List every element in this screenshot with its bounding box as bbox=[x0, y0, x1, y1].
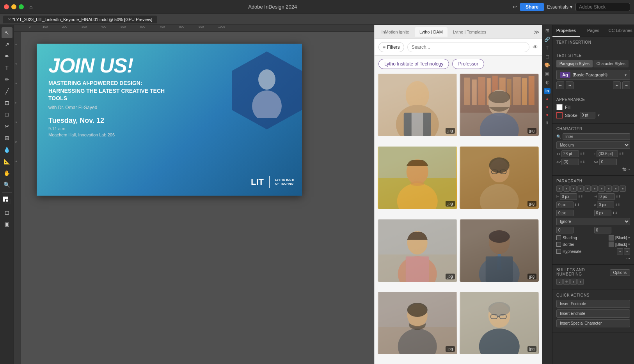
drop-lines-input[interactable] bbox=[556, 210, 574, 216]
hand-tool[interactable]: ✋ bbox=[2, 168, 12, 178]
adobe-stock-search-input[interactable] bbox=[575, 3, 630, 11]
hyphenate-checkbox[interactable] bbox=[556, 249, 561, 254]
linkedin-badge-icon[interactable]: in bbox=[544, 88, 551, 94]
align-justify-btn[interactable]: ≡ bbox=[577, 186, 584, 192]
visibility-icon[interactable]: 👁 bbox=[533, 44, 538, 50]
bullet-btn-4[interactable]: ≡ bbox=[577, 279, 584, 285]
hyphen-opt-2[interactable]: ≡ bbox=[624, 248, 630, 254]
dam-expand-icon[interactable]: ≫ bbox=[534, 29, 540, 35]
links-icon[interactable]: 🔗 bbox=[544, 37, 550, 42]
align-center-btn[interactable]: ≡ bbox=[563, 186, 570, 192]
bullet-btn-1[interactable]: • bbox=[556, 279, 563, 285]
dam-tag-0[interactable]: Lytho Institute of Technology bbox=[378, 59, 449, 69]
tab-cc-libraries[interactable]: CC Libraries bbox=[607, 25, 634, 37]
info-icon[interactable]: ℹ bbox=[546, 120, 548, 125]
drop-chars-input[interactable] bbox=[594, 210, 611, 216]
align-justify-all-btn[interactable]: ≡ bbox=[584, 186, 591, 192]
align-right-2-btn[interactable]: ≡ bbox=[606, 186, 612, 192]
dam-thumb-2[interactable]: jpg bbox=[378, 147, 457, 209]
stroke-icon[interactable]: ◻ bbox=[545, 54, 549, 59]
kern-input[interactable] bbox=[561, 159, 579, 165]
properties-icon[interactable]: ⊞ bbox=[545, 29, 550, 33]
maximize-button[interactable] bbox=[19, 4, 24, 9]
dam-tab-lytho-dam[interactable]: Lytho | DAM bbox=[415, 27, 448, 37]
align-center-2-btn[interactable]: ≡ bbox=[598, 186, 605, 192]
pencil-tool[interactable]: ✏ bbox=[2, 74, 12, 85]
font-name-input[interactable] bbox=[563, 133, 630, 140]
dam-thumb-0[interactable]: jpg bbox=[378, 74, 457, 136]
color-icon[interactable]: 🎨 bbox=[544, 62, 550, 68]
tab-close-icon[interactable]: ✕ bbox=[8, 17, 11, 21]
filter-button[interactable]: ≡ Filters bbox=[378, 42, 404, 52]
dam-thumb-5[interactable]: jpg bbox=[460, 219, 539, 282]
indent-left-icon[interactable]: ⇤ bbox=[556, 81, 564, 89]
char-more-button[interactable]: ··· bbox=[626, 167, 630, 172]
character-styles-tab[interactable]: Character Styles bbox=[593, 60, 629, 67]
bullet-btn-2[interactable]: ① bbox=[563, 279, 570, 285]
para-more-button[interactable]: ··· bbox=[626, 256, 630, 261]
error-2-icon[interactable]: ● bbox=[546, 104, 549, 109]
fill-swatch[interactable] bbox=[556, 104, 563, 110]
insert-footnote-button[interactable]: Insert Footnote bbox=[556, 300, 630, 308]
indent-right-icon[interactable]: ⇥ bbox=[566, 81, 574, 89]
border-pattern-icon[interactable] bbox=[609, 242, 614, 247]
align-left-2-btn[interactable]: ≡ bbox=[591, 186, 598, 192]
fill-stroke-tool[interactable] bbox=[2, 195, 12, 206]
share-button[interactable]: Share bbox=[520, 3, 544, 11]
home-icon[interactable]: ⌂ bbox=[29, 4, 32, 10]
dam-thumb-7[interactable]: jpg bbox=[460, 292, 539, 354]
zoom-tool[interactable]: 🔍 bbox=[2, 179, 12, 190]
right-indent-input[interactable] bbox=[598, 193, 615, 200]
style-dropdown[interactable]: Ag [Basic Paragraph]+ ▾ bbox=[556, 70, 630, 80]
dam-thumb-1[interactable]: jpg bbox=[460, 74, 539, 136]
normal-view-tool[interactable]: ◻ bbox=[2, 207, 12, 218]
dam-tab-lytho-templates[interactable]: Lytho | Templates bbox=[448, 27, 491, 37]
essentials-button[interactable]: Essentials ▾ bbox=[547, 4, 572, 10]
swatches-icon[interactable]: ▣ bbox=[545, 71, 549, 76]
align-justify-2-btn[interactable]: ≡ bbox=[613, 186, 619, 192]
dam-tab-inmotion[interactable]: inMotion ignite bbox=[377, 27, 414, 37]
align-left-btn[interactable]: ≡ bbox=[556, 186, 563, 192]
error-3-icon[interactable]: ● bbox=[546, 112, 549, 117]
text-wrap-icon[interactable]: T bbox=[546, 45, 549, 51]
scissors-tool[interactable]: ✂ bbox=[2, 121, 12, 132]
ignore-select[interactable]: Ignore bbox=[556, 218, 630, 225]
align-right-btn[interactable]: ≡ bbox=[570, 186, 577, 192]
font-size-input[interactable] bbox=[561, 150, 579, 157]
type-tool[interactable]: T bbox=[2, 62, 12, 73]
rectangle-tool[interactable]: □ bbox=[2, 109, 12, 120]
font-weight-select[interactable]: Medium Regular Bold bbox=[556, 141, 630, 149]
align-options-btn[interactable]: ≡ bbox=[620, 186, 626, 192]
left-indent-input[interactable] bbox=[560, 193, 577, 200]
eyedropper-tool[interactable]: 💧 bbox=[2, 144, 12, 155]
document-canvas[interactable]: JOIN US! MASTERING AI-POWERED DESIGN: HA… bbox=[37, 44, 302, 196]
bullet-btn-3[interactable]: ≡ bbox=[570, 279, 577, 285]
error-1-icon[interactable]: ● bbox=[546, 97, 549, 101]
border-checkbox[interactable] bbox=[556, 242, 561, 247]
pen-tool[interactable]: ✒ bbox=[2, 51, 12, 62]
tab-pages[interactable]: Pages bbox=[580, 25, 607, 37]
line-tool[interactable]: ╱ bbox=[2, 86, 12, 97]
space-after-input[interactable] bbox=[597, 201, 614, 208]
stroke-swatch[interactable] bbox=[556, 112, 563, 118]
leading-input[interactable] bbox=[597, 150, 618, 157]
rectangle-frame-tool[interactable]: ⊡ bbox=[2, 97, 12, 108]
measure-tool[interactable]: 📐 bbox=[2, 156, 12, 167]
dam-tag-1[interactable]: Professor bbox=[452, 59, 484, 69]
align-left-icon[interactable]: ⇤ bbox=[613, 81, 621, 89]
space-before-input[interactable] bbox=[556, 201, 574, 208]
gradient-icon[interactable]: ◐ bbox=[545, 80, 549, 85]
dam-search-input[interactable] bbox=[407, 42, 529, 52]
shading-checkbox[interactable] bbox=[556, 235, 561, 240]
align-right-icon[interactable]: ⇥ bbox=[622, 81, 630, 89]
insert-endnote-button[interactable]: Insert Endnote bbox=[556, 309, 630, 318]
select-tool[interactable]: ↖ bbox=[2, 27, 12, 38]
shading-pattern-icon[interactable] bbox=[609, 235, 614, 240]
insert-special-button[interactable]: Insert Special Character bbox=[556, 319, 630, 327]
preview-mode-tool[interactable]: ▣ bbox=[2, 219, 12, 230]
num-input-2[interactable] bbox=[594, 227, 611, 233]
paragraph-styles-tab[interactable]: Paragraph Styles bbox=[556, 60, 593, 67]
minimize-button[interactable] bbox=[11, 4, 16, 9]
options-button[interactable]: Options bbox=[610, 269, 630, 276]
direct-select-tool[interactable]: ↗ bbox=[2, 39, 12, 50]
